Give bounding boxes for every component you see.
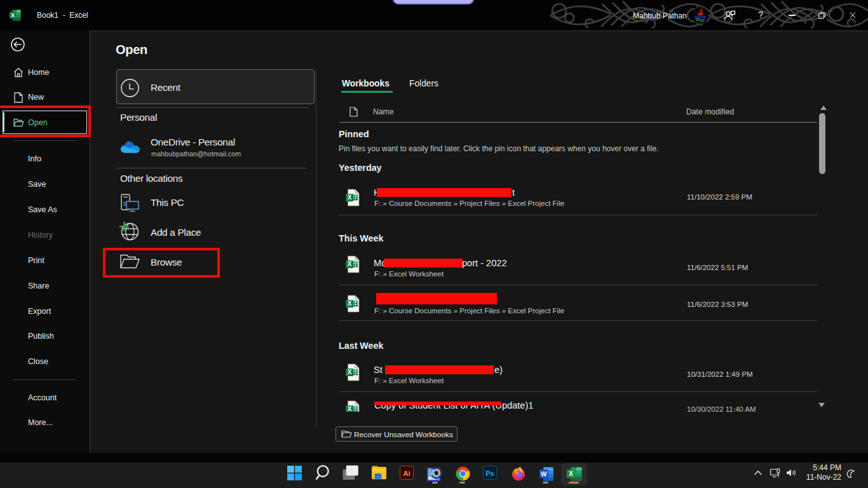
svg-text:Ai: Ai [403,470,410,477]
svg-text:Ps: Ps [485,470,494,477]
svg-text:SATTAR: SATTAR [695,16,707,19]
svg-text:X: X [11,12,15,18]
svg-text:W: W [541,471,547,478]
svg-text:X: X [569,470,573,477]
